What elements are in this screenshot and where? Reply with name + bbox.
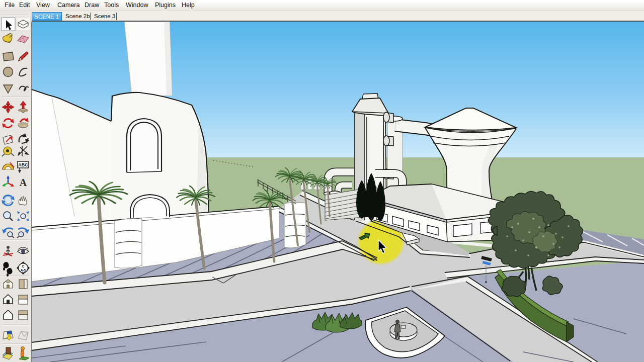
svg-text:C: C [22, 264, 24, 268]
svg-text:ABC: ABC [18, 162, 28, 167]
svg-text:A: A [20, 177, 27, 188]
svg-text:A-5: A-5 [21, 268, 26, 272]
